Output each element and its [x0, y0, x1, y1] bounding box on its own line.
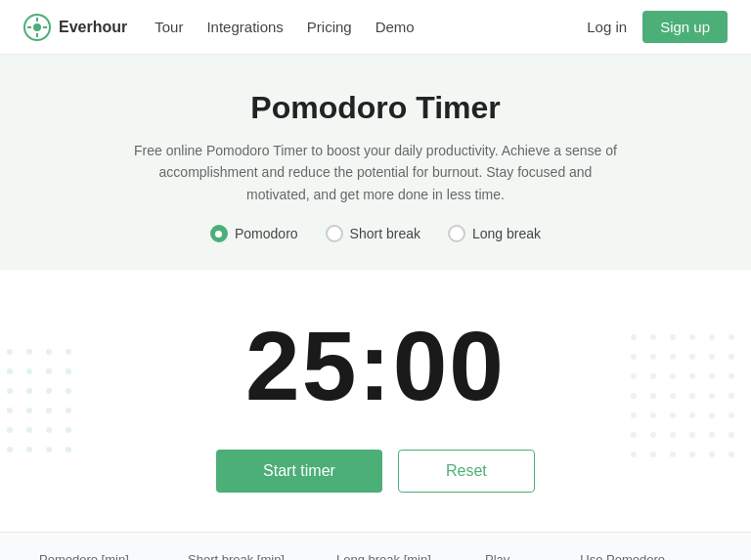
sequence-group: Use Pomodoro sequence*	[580, 552, 685, 560]
svg-point-1	[33, 23, 41, 31]
svg-point-50	[670, 393, 676, 399]
navbar-actions: Log in Sign up	[587, 11, 728, 43]
svg-point-25	[66, 427, 71, 433]
page-title: Pomodoro Timer	[23, 90, 728, 126]
svg-point-37	[650, 354, 656, 360]
svg-point-29	[66, 447, 71, 452]
login-button[interactable]: Log in	[587, 19, 627, 35]
radio-long-break	[448, 225, 465, 242]
short-break-setting: Short break [min]	[188, 552, 305, 560]
svg-point-18	[7, 408, 13, 413]
svg-point-56	[670, 412, 676, 418]
svg-point-46	[709, 373, 715, 379]
mode-long-break[interactable]: Long break	[448, 225, 541, 242]
logo-icon	[23, 14, 51, 41]
navbar-links: Tour Integrations Pricing Demo	[155, 19, 587, 35]
svg-point-11	[26, 368, 32, 374]
nav-link-demo[interactable]: Demo	[376, 19, 415, 35]
nav-link-tour[interactable]: Tour	[155, 19, 183, 35]
timer-display: 25:00	[23, 317, 728, 414]
svg-point-53	[729, 393, 734, 399]
svg-point-66	[631, 452, 637, 457]
svg-point-31	[650, 334, 656, 340]
radio-pomodoro	[210, 225, 228, 242]
logo-text: Everhour	[59, 19, 127, 36]
svg-point-16	[46, 388, 52, 394]
dot-pattern-right-icon	[624, 327, 751, 474]
svg-point-39	[689, 354, 695, 360]
svg-point-34	[709, 334, 715, 340]
radio-pomodoro-inner	[215, 231, 222, 237]
svg-point-12	[46, 368, 52, 374]
svg-point-47	[729, 373, 734, 379]
hero-subtitle: Free online Pomodoro Timer to boost your…	[131, 140, 620, 205]
svg-point-65	[729, 432, 734, 438]
svg-point-51	[689, 393, 695, 399]
svg-point-41	[729, 354, 734, 360]
nav-link-pricing[interactable]: Pricing	[307, 19, 352, 35]
svg-point-64	[709, 432, 715, 438]
svg-point-58	[709, 412, 715, 418]
svg-point-63	[689, 432, 695, 438]
signup-button[interactable]: Sign up	[642, 11, 728, 43]
svg-point-30	[631, 334, 637, 340]
svg-point-24	[46, 427, 52, 433]
mode-pomodoro[interactable]: Pomodoro	[210, 225, 298, 242]
settings-row: Pomodoro [min] Short break [min] Long br…	[39, 552, 712, 560]
hero-section: Pomodoro Timer Free online Pomodoro Time…	[0, 55, 751, 270]
start-timer-button[interactable]: Start timer	[216, 450, 382, 493]
svg-point-48	[631, 393, 637, 399]
short-break-setting-label: Short break [min]	[188, 552, 305, 560]
svg-point-7	[26, 349, 32, 355]
svg-point-20	[46, 408, 52, 413]
long-break-setting-label: Long break [min]	[336, 552, 454, 560]
svg-point-69	[689, 452, 695, 457]
svg-point-13	[66, 368, 71, 374]
svg-point-14	[7, 388, 13, 394]
svg-point-40	[709, 354, 715, 360]
svg-point-15	[26, 388, 32, 394]
svg-point-32	[670, 334, 676, 340]
svg-point-70	[709, 452, 715, 457]
svg-point-33	[689, 334, 695, 340]
svg-point-27	[26, 447, 32, 452]
radio-short-break	[326, 225, 343, 242]
pomodoro-setting-label: Pomodoro [min]	[39, 552, 156, 560]
pomodoro-setting: Pomodoro [min]	[39, 552, 156, 560]
svg-point-57	[689, 412, 695, 418]
timer-section: 25:00 Start timer Reset	[0, 270, 751, 532]
svg-point-59	[729, 412, 734, 418]
toggles-container: Play sound Use Pomodoro sequence*	[485, 552, 712, 560]
svg-point-19	[26, 408, 32, 413]
mode-short-break[interactable]: Short break	[326, 225, 420, 242]
svg-point-62	[670, 432, 676, 438]
svg-point-21	[66, 408, 71, 413]
svg-point-67	[650, 452, 656, 457]
navbar: Everhour Tour Integrations Pricing Demo …	[0, 0, 751, 55]
dot-pattern-left-icon	[0, 342, 98, 459]
play-sound-group: Play sound	[485, 552, 529, 560]
svg-point-28	[46, 447, 52, 452]
svg-point-42	[631, 373, 637, 379]
svg-point-36	[631, 354, 637, 360]
play-sound-label: Play sound	[485, 552, 529, 560]
svg-point-68	[670, 452, 676, 457]
svg-point-17	[66, 388, 71, 394]
mode-selector: Pomodoro Short break Long break	[23, 225, 728, 242]
settings-section: Pomodoro [min] Short break [min] Long br…	[0, 532, 751, 560]
svg-point-43	[650, 373, 656, 379]
mode-pomodoro-label: Pomodoro	[235, 226, 298, 241]
sequence-label: Use Pomodoro sequence*	[580, 552, 685, 560]
svg-point-71	[729, 452, 734, 457]
svg-point-44	[670, 373, 676, 379]
mode-long-break-label: Long break	[472, 226, 541, 241]
svg-point-26	[7, 447, 13, 452]
svg-point-52	[709, 393, 715, 399]
svg-point-49	[650, 393, 656, 399]
svg-point-8	[46, 349, 52, 355]
logo[interactable]: Everhour	[23, 14, 127, 41]
reset-timer-button[interactable]: Reset	[398, 450, 535, 493]
nav-link-integrations[interactable]: Integrations	[206, 19, 283, 35]
svg-point-10	[7, 368, 13, 374]
svg-point-60	[631, 432, 637, 438]
